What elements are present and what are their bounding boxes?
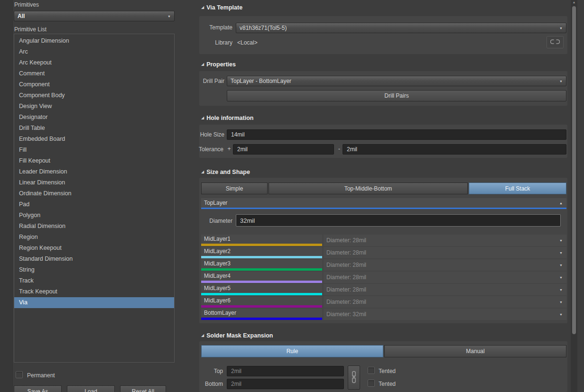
layer-label-cell: MidLayer3	[201, 259, 322, 271]
drill-pair-value: TopLayer - BottomLayer	[231, 78, 291, 84]
hole-information-section-header[interactable]: ◢ Hole information	[201, 114, 253, 122]
solder-mask-section-header[interactable]: ◢ Solder Mask Expansion	[201, 332, 273, 339]
size-shape-tabs: SimpleTop-Middle-BottomFull Stack	[201, 182, 566, 194]
properties-section-header[interactable]: ◢ Properties	[201, 61, 236, 68]
reset-all-button[interactable]: Reset All	[120, 385, 166, 392]
primitive-list-item[interactable]: Region	[14, 232, 174, 243]
chevron-down-icon: ▼	[559, 301, 563, 304]
layer-label-cell: MidLayer4	[201, 272, 322, 283]
solder-bottom-input[interactable]: 2mil	[227, 379, 344, 389]
primitive-list-item[interactable]: Pad	[14, 199, 174, 210]
primitive-list-item[interactable]: Design View	[14, 101, 174, 112]
save-as-button[interactable]: Save As	[14, 385, 62, 392]
layer-name: BottomLayer	[204, 310, 236, 316]
chevron-down-icon: ▼	[167, 15, 171, 18]
layer-row[interactable]: MidLayer4Diameter: 28mil▼	[201, 272, 566, 283]
primitive-list-item[interactable]: Arc	[14, 46, 174, 57]
load-button[interactable]: Load	[67, 385, 115, 392]
tented-top-label: Tented	[379, 368, 396, 375]
primitive-list-item[interactable]: Standard Dimension	[14, 254, 174, 264]
primitive-list-item[interactable]: Polygon	[14, 210, 174, 221]
layer-name: MidLayer5	[204, 285, 231, 292]
layer-color-bar	[201, 256, 322, 258]
layer-name: MidLayer3	[204, 260, 231, 267]
tented-bottom-checkbox[interactable]	[368, 380, 375, 387]
primitive-list-item[interactable]: Arc Keepout	[14, 57, 174, 68]
tab-top-middle-bottom[interactable]: Top-Middle-Bottom	[269, 182, 468, 194]
tab-simple[interactable]: Simple	[201, 182, 268, 194]
chevron-down-icon: ▼	[559, 288, 563, 292]
primitives-filter-value: All	[18, 13, 25, 19]
primitive-list-item[interactable]: Component Body	[14, 90, 174, 101]
scroll-up-icon[interactable]: ▲	[571, 0, 577, 4]
tolerance-plus-sign: +	[227, 146, 232, 152]
primitive-list-item[interactable]: Drill Table	[14, 123, 174, 134]
tolerance-minus-input[interactable]: 2mil	[343, 144, 566, 155]
primitive-list-item[interactable]: Via	[14, 297, 174, 308]
layer-value-cell: Diameter: 28mil▼	[324, 247, 566, 258]
tab-full-stack[interactable]: Full Stack	[469, 182, 566, 194]
hole-information-section-title: Hole information	[206, 114, 253, 122]
primitives-filter-dropdown[interactable]: All ▼	[14, 11, 175, 21]
layer-row[interactable]: MidLayer6Diameter: 28mil▼	[201, 296, 566, 308]
layer-diameter-value: Diameter: 28mil	[326, 262, 366, 268]
hole-size-label: Hole Size	[199, 131, 224, 138]
layer-row[interactable]: BottomLayerDiameter: 32mil▼	[201, 309, 566, 320]
layer-row[interactable]: MidLayer5Diameter: 28mil▼	[201, 284, 566, 295]
primitive-list-item[interactable]: Component	[14, 79, 174, 90]
primitive-list-item[interactable]: Radial Dimension	[14, 221, 174, 232]
layer-value-cell: Diameter: 28mil▼	[324, 259, 566, 271]
chevron-down-icon: ▼	[559, 313, 563, 316]
drill-pair-label: Drill Pair	[199, 78, 224, 85]
template-dropdown[interactable]: v81h36z71(Tol5-5) ▼	[236, 23, 566, 33]
primitive-list-item[interactable]: Ordinate Dimension	[14, 188, 174, 199]
primitive-list-item[interactable]: Designator	[14, 112, 174, 123]
scrollbar-thumb[interactable]	[572, 6, 576, 334]
layer-row[interactable]: MidLayer3Diameter: 28mil▼	[201, 259, 566, 271]
layer-diameter-value: Diameter: 28mil	[326, 299, 366, 305]
primitive-list-item[interactable]: Linear Dimension	[14, 177, 174, 188]
chevron-down-icon: ▼	[559, 276, 563, 279]
primitive-list-item[interactable]: Fill	[14, 145, 174, 155]
primitive-list-item[interactable]: Fill Keepout	[14, 155, 174, 166]
tolerance-plus-input[interactable]: 2mil	[233, 144, 334, 155]
chevron-down-icon: ▼	[559, 239, 563, 242]
primitive-list-item[interactable]: Track Keepout	[14, 286, 174, 297]
layer-diameter-value: Diameter: 28mil	[326, 286, 366, 293]
layer-value-cell: Diameter: 28mil▼	[324, 235, 566, 246]
layer-name: MidLayer6	[204, 297, 231, 304]
vertical-scrollbar[interactable]: ▲	[571, 0, 577, 392]
layer-row[interactable]: MidLayer2Diameter: 28mil▼	[201, 247, 566, 258]
unlink-template-button[interactable]	[547, 36, 564, 48]
primitive-list[interactable]: Angular DimensionArcArc KeepoutCommentCo…	[14, 34, 175, 363]
link-top-bottom-button[interactable]	[348, 365, 360, 390]
primitive-list-item[interactable]: Embedded Board	[14, 134, 174, 145]
top-layer-header-row[interactable]: TopLayer ▲	[201, 198, 566, 208]
via-template-section-body	[199, 16, 567, 54]
primitive-list-item[interactable]: Angular Dimension	[14, 36, 174, 46]
layer-color-bar	[201, 244, 322, 246]
solder-top-input[interactable]: 2mil	[227, 366, 344, 376]
via-template-section-header[interactable]: ◢ Via Template	[201, 4, 242, 11]
properties-section-title: Properties	[206, 61, 236, 68]
template-value: v81h36z71(Tol5-5)	[240, 25, 287, 31]
tab-rule[interactable]: Rule	[201, 345, 383, 357]
layer-color-bar	[201, 268, 322, 271]
primitive-list-item[interactable]: Leader Dimension	[14, 166, 174, 177]
primitive-list-item[interactable]: String	[14, 264, 174, 275]
primitive-list-item[interactable]: Comment	[14, 68, 174, 79]
tented-top-checkbox[interactable]	[368, 367, 375, 374]
drill-pairs-button[interactable]: Drill Pairs	[227, 90, 566, 101]
chevron-down-icon: ▼	[559, 264, 563, 267]
permanent-checkbox[interactable]	[16, 371, 23, 378]
tab-manual[interactable]: Manual	[384, 345, 566, 357]
hole-size-input[interactable]: 14mil	[227, 129, 566, 140]
size-and-shape-section-header[interactable]: ◢ Size and Shape	[201, 168, 250, 176]
layer-row[interactable]: MidLayer1Diameter: 28mil▼	[201, 235, 566, 246]
primitive-list-item[interactable]: Track	[14, 275, 174, 286]
solder-bottom-label: Bottom	[199, 381, 223, 388]
drill-pair-dropdown[interactable]: TopLayer - BottomLayer ▼	[227, 76, 566, 86]
primitive-list-item[interactable]: Region Keepout	[14, 243, 174, 254]
diameter-input[interactable]: 32mil	[236, 214, 561, 227]
size-and-shape-section-title: Size and Shape	[206, 168, 250, 176]
